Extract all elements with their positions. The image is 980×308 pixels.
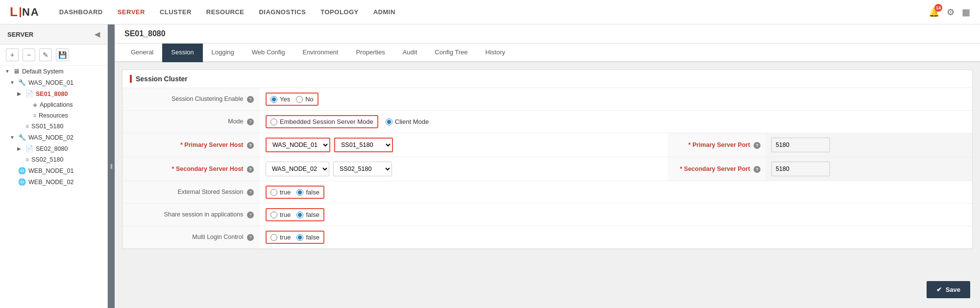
tree-item-default-system[interactable]: ▼ 🖥 Default System — [0, 66, 107, 77]
tab-logging[interactable]: Logging — [203, 44, 243, 62]
radio-external-true[interactable]: true — [270, 189, 291, 196]
expand-icon: ▼ — [5, 69, 11, 74]
sidebar-collapse-handle[interactable]: ‖ — [108, 24, 115, 308]
help-primary-host[interactable]: ? — [247, 142, 254, 149]
help-primary-port[interactable]: ? — [754, 142, 760, 149]
logo-l: L — [10, 4, 19, 20]
content-area: SE01_8080 General Session Logging Web Co… — [115, 24, 980, 308]
radio-multi-true[interactable]: true — [270, 234, 291, 241]
radio-share-true[interactable]: true — [270, 211, 291, 218]
radio-share-false[interactable]: false — [296, 211, 319, 218]
remove-button[interactable]: − — [23, 48, 35, 61]
panel-icon[interactable]: ▦ — [962, 7, 970, 18]
tabs-bar: General Session Logging Web Config Envir… — [115, 44, 980, 62]
tree-item-was-node-02[interactable]: ▼ 🔧 WAS_NODE_02 — [0, 132, 107, 143]
radio-multi-false[interactable]: false — [296, 234, 319, 241]
tab-history[interactable]: History — [477, 44, 514, 62]
nav-admin[interactable]: ADMIN — [373, 8, 395, 16]
tree-item-ss02-5180[interactable]: ≡ SS02_5180 — [0, 154, 107, 165]
tab-session[interactable]: Session — [162, 44, 202, 62]
row-primary-host: * Primary Server Host ? WAS_NODE_01 SS01… — [122, 133, 972, 157]
tree-item-web-node-02[interactable]: 🌐 WEB_NODE_02 — [0, 176, 107, 188]
help-external-session[interactable]: ? — [247, 189, 254, 196]
expand-icon: ▼ — [10, 80, 16, 85]
expand-icon: ▼ — [10, 135, 16, 140]
tree-item-was-node-01[interactable]: ▼ 🔧 WAS_NODE_01 — [0, 77, 107, 88]
tab-config-tree[interactable]: Config Tree — [426, 44, 476, 62]
help-secondary-port[interactable]: ? — [754, 166, 760, 173]
multi-login-value: true false — [260, 226, 972, 249]
help-share-session[interactable]: ? — [247, 212, 254, 218]
tree-item-resources[interactable]: ≡ Resources — [0, 110, 107, 121]
save-check-icon: ✔ — [936, 286, 942, 293]
secondary-host-node-select[interactable]: WAS_NODE_02 — [266, 162, 329, 176]
session-clustering-value: Yes No — [260, 88, 972, 111]
save-sidebar-button[interactable]: 💾 — [56, 48, 69, 61]
tree-label: SE02_8080 — [36, 145, 68, 152]
tree-item-se01-8080[interactable]: ▶ 📄 SE01_8080 — [0, 88, 107, 99]
tab-web-config[interactable]: Web Config — [243, 44, 294, 62]
nav-server[interactable]: SERVER — [118, 8, 145, 16]
tree-item-web-node-01[interactable]: 🌐 WEB_NODE_01 — [0, 165, 107, 176]
tab-environment[interactable]: Environment — [294, 44, 347, 62]
secondary-port-input[interactable] — [771, 162, 830, 176]
session-cluster-panel: Session Cluster Session Clustering Enabl… — [122, 70, 973, 249]
panel-title-text: Session Cluster — [136, 75, 188, 83]
add-button[interactable]: + — [6, 48, 19, 61]
notifications-icon[interactable]: 🔔 14 — [929, 7, 939, 18]
mode-label: Mode ? — [122, 111, 260, 133]
tree-item-applications[interactable]: ◈ Applications — [0, 99, 107, 110]
nav-cluster[interactable]: CLUSTER — [160, 8, 192, 16]
tree-item-ss01-5180[interactable]: ≡ SS01_5180 — [0, 121, 107, 132]
primary-host-dropdowns: WAS_NODE_01 SS01_5180 — [266, 138, 662, 152]
sidebar-actions: + − ✎ 💾 — [0, 45, 107, 66]
tree-label: SE01_8080 — [36, 91, 68, 97]
logo-line — [20, 7, 21, 17]
sidebar: SERVER ◀ + − ✎ 💾 ▼ 🖥 Default System ▼ 🔧 … — [0, 24, 108, 308]
nav-dashboard[interactable]: DASHBOARD — [59, 8, 103, 16]
tree-item-se02-8080[interactable]: ▶ 📄 SE02_8080 — [0, 143, 107, 154]
mode-value: Embedded Session Server Mode Client Mode — [260, 111, 972, 133]
multi-login-label: Multi Login Control ? — [122, 226, 260, 249]
primary-host-label: * Primary Server Host ? — [122, 133, 260, 157]
help-session-clustering[interactable]: ? — [247, 96, 254, 103]
nav-right: 🔔 14 ⚙ ▦ — [929, 7, 970, 18]
tab-general[interactable]: General — [122, 44, 162, 62]
radio-external-false[interactable]: false — [296, 189, 319, 196]
external-session-label: External Stored Session ? — [122, 181, 260, 204]
sidebar-title: SERVER — [7, 31, 33, 38]
tab-properties[interactable]: Properties — [347, 44, 393, 62]
save-button[interactable]: ✔ Save — [927, 281, 970, 298]
panel-title-bar — [130, 75, 132, 83]
save-label: Save — [946, 286, 960, 293]
secondary-host-dropdowns: WAS_NODE_02 SS02_5180 — [266, 162, 662, 176]
nav-topology[interactable]: TOPOLOGY — [320, 8, 358, 16]
nav-items: DASHBOARD SERVER CLUSTER RESOURCE DIAGNO… — [59, 8, 929, 16]
expand-icon: ▶ — [17, 146, 23, 151]
primary-host-node-select[interactable]: WAS_NODE_01 — [266, 138, 330, 152]
tree-label: SS01_5180 — [31, 123, 63, 130]
row-mode: Mode ? Embedded Session Server Mode — [122, 111, 972, 133]
sidebar-collapse-button[interactable]: ◀ — [95, 30, 100, 38]
settings-icon[interactable]: ⚙ — [947, 7, 955, 18]
nav-diagnostics[interactable]: DIAGNOSTICS — [259, 8, 306, 16]
row-share-session: Share session in applications ? true — [122, 204, 972, 226]
secondary-host-label: * Secondary Server Host ? — [122, 157, 260, 181]
radio-no[interactable]: No — [296, 95, 314, 103]
help-mode[interactable]: ? — [247, 118, 254, 125]
edit-button[interactable]: ✎ — [39, 48, 52, 61]
primary-host-server-select[interactable]: SS01_5180 — [334, 138, 393, 152]
sidebar-header: SERVER ◀ — [0, 24, 107, 45]
primary-port-input[interactable] — [771, 138, 830, 152]
panel-title: Session Cluster — [122, 70, 972, 88]
radio-client[interactable]: Client Mode — [386, 118, 429, 125]
help-multi-login[interactable]: ? — [247, 234, 254, 241]
radio-yes[interactable]: Yes — [270, 95, 290, 103]
tab-audit[interactable]: Audit — [394, 44, 426, 62]
logo: L NA — [10, 4, 40, 20]
external-session-radio-group: true false — [266, 186, 324, 199]
radio-embedded[interactable]: Embedded Session Server Mode — [266, 115, 378, 128]
help-secondary-host[interactable]: ? — [247, 166, 254, 173]
secondary-host-server-select[interactable]: SS02_5180 — [333, 162, 392, 176]
nav-resource[interactable]: RESOURCE — [206, 8, 245, 16]
